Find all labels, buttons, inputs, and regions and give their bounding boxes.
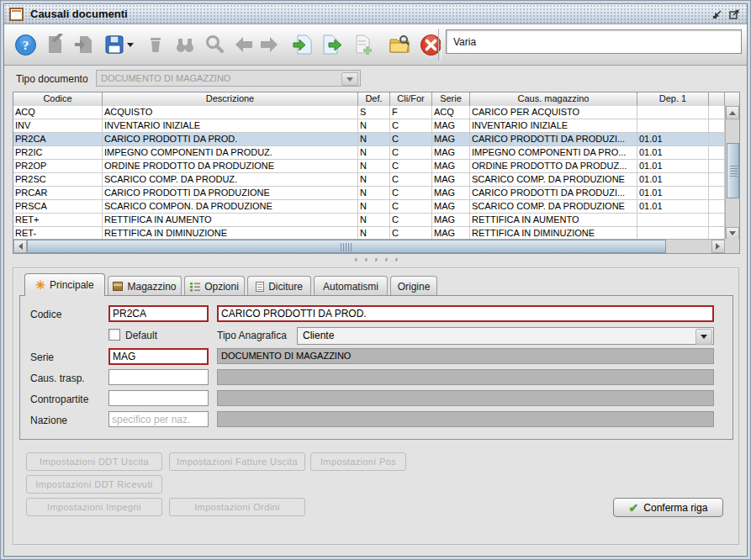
search-input[interactable] [446,29,742,54]
table-cell: INVENTARIO INIZIALE [103,119,358,132]
horizontal-scrollbar[interactable] [13,239,725,253]
app-window: Causali documenti ? [0,0,751,560]
column-header[interactable]: Def. [358,92,390,106]
table-cell: MAG [432,214,470,226]
column-header[interactable]: Codice [13,92,103,106]
impostazioni-button[interactable]: Impostazioni Fatture Uscita [169,452,305,471]
impostazioni-button[interactable]: Impostazioni DDT Uscita [26,452,162,471]
column-header[interactable]: Serie [432,92,470,106]
table-cell: S [358,106,390,119]
codice-descrizione-input[interactable] [217,305,714,322]
arrow-right-icon[interactable] [255,30,283,59]
binoculars-icon[interactable] [171,30,199,59]
column-header[interactable]: Dep. 1 [637,92,709,106]
table-cell: F [390,106,432,119]
help-icon[interactable]: ? [11,30,40,59]
table-cell: RETTIFICA IN DIMINUZIONE [103,227,358,240]
scroll-left-icon[interactable] [13,240,27,253]
table-cell: PR2CA [13,133,103,145]
contropartite-input[interactable] [108,390,209,406]
doc-add-icon[interactable] [349,30,378,59]
table-cell: IMPEGNO COMPONENTI DA PRO... [470,146,637,159]
nazione-input[interactable] [108,411,209,427]
tipo-anagrafica-combo[interactable]: Cliente [297,327,714,345]
maximize-window-icon[interactable] [727,8,740,20]
table-cell: RETTIFICA IN AUMENTO [470,214,637,226]
caus-trasp-input[interactable] [108,369,209,385]
impostazioni-button[interactable]: Impostazioni Pos [310,452,406,471]
chevron-down-icon[interactable] [341,72,358,86]
table-cell: MAG [432,160,470,172]
tipo-documento-combo[interactable]: DOCUMENTO DI MAGAZZINO [96,70,361,87]
column-header[interactable] [709,92,725,106]
doc-import-icon[interactable] [288,30,317,59]
doc-export-icon[interactable] [318,30,346,59]
scroll-up-icon[interactable] [726,106,739,119]
table-cell: CARICO PRODOTTI DA PROD. [103,133,358,145]
column-header[interactable]: Cli/For [390,92,432,106]
serie-input[interactable] [108,348,209,365]
table-row[interactable]: PR2SCSCARICO COMP. DA PRODUZ.NCMAGSCARIC… [13,173,725,187]
table-cell: 01.01 [637,200,709,213]
chevron-down-icon[interactable] [695,329,712,345]
arrow-left-icon[interactable] [230,30,258,59]
table-cell: 01.01 [637,173,709,186]
default-checkbox[interactable] [108,329,120,341]
table-row[interactable]: PRSCASCARICO COMPON. DA PRODUZIONENCMAGS… [13,200,725,214]
tab-automatismi[interactable]: Automatismi [314,276,388,296]
tab-principale[interactable]: ✳Principale [24,273,105,296]
table-cell: ORDINE PRODOTTO DA PRODUZ... [470,160,637,172]
table-cell: MAG [432,200,470,213]
horizontal-scroll-thumb[interactable] [27,240,666,253]
table-row[interactable]: INVINVENTARIO INIZIALENCMAGINVENTARIO IN… [13,119,725,133]
table-body: ACQACQUISTOSFACQCARICO PER ACQUISTOINVIN… [13,106,725,240]
impostazioni-button[interactable]: Impostazioni Impegni [26,498,162,516]
table-cell: PR2OP [13,160,103,172]
serie-label: Serie [30,351,54,363]
impostazioni-button[interactable]: Impostazioni Ordini [169,498,305,516]
table-cell: N [358,214,390,226]
save-icon[interactable] [99,30,138,59]
table-cell [709,146,725,159]
table-row[interactable]: PR2CACARICO PRODOTTI DA PROD.NCMAGCARICO… [13,133,725,146]
zoom-icon[interactable] [200,30,229,59]
table-cell: CARICO PER ACQUISTO [470,106,637,119]
table-cell: RETTIFICA IN DIMINUZIONE [470,227,637,240]
tab-origine[interactable]: Origine [390,276,437,296]
save-dropdown-icon[interactable] [127,43,134,50]
vertical-scrollbar[interactable] [725,106,739,240]
edit-icon[interactable] [40,30,69,59]
tab-diciture[interactable]: Diciture [247,276,311,296]
table-row[interactable]: ACQACQUISTOSFACQCARICO PER ACQUISTO [13,106,725,119]
table-cell: N [358,187,390,199]
scroll-right-icon[interactable] [711,240,725,253]
tipo-anagrafica-value: Cliente [303,330,334,341]
copy-document-icon[interactable] [70,30,98,59]
table-row[interactable]: PR2ICIMPEGNO COMPONENTI DA PRODUZ.NCMAGI… [13,146,725,160]
table-row[interactable]: PR2OPORDINE PRODOTTO DA PRODUZIONENCMAGO… [13,160,725,173]
svg-text:?: ? [22,39,29,52]
tab-magazzino[interactable]: Magazzino [108,276,182,296]
table-cell: RET+ [13,214,103,226]
tab-opzioni[interactable]: Opzioni [184,276,245,296]
table-cell: RET- [13,227,103,240]
tipo-documento-label: Tipo documento [16,73,88,85]
table-cell: 01.01 [637,160,709,172]
codice-input[interactable] [108,305,209,322]
column-header[interactable]: Descrizione [103,92,358,106]
column-header[interactable]: Caus. magazzino [470,92,637,106]
table-cell: C [390,227,432,240]
table-cell: ACQUISTO [103,106,358,119]
vertical-scroll-thumb[interactable] [727,143,739,198]
conferma-riga-button[interactable]: ✔ Conferma riga [613,498,723,517]
table-row[interactable]: PRCARCARICO PRODOTTI DA PRODUZIONENCMAGC… [13,187,725,200]
impostazioni-button[interactable]: Impostazioni DDT Ricevuti [26,475,162,494]
delete-icon[interactable] [141,30,170,59]
split-pane-divider[interactable] [13,256,740,264]
table-cell: C [390,200,432,213]
conferma-riga-label: Conferma riga [643,502,707,514]
restore-window-icon[interactable] [711,8,723,20]
folder-search-icon[interactable] [385,30,414,59]
table-cell: MAG [432,146,470,159]
table-row[interactable]: RET+RETTIFICA IN AUMENTONCMAGRETTIFICA I… [13,214,725,227]
